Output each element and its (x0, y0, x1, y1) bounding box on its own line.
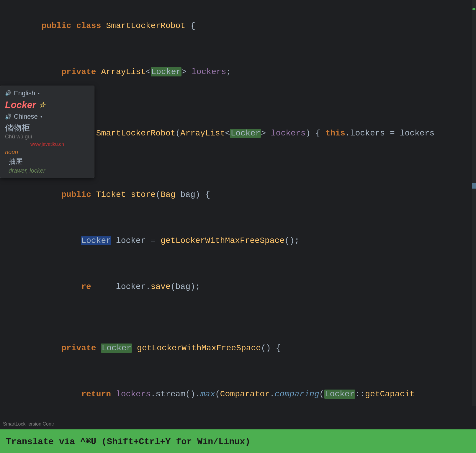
keyword-public: public (42, 21, 76, 30)
keyword-this: this (325, 129, 345, 138)
status-bar: Translate via ^⌘U (Shift+Ctrl+Y for Win/… (0, 429, 476, 453)
class-name: SmartLockerRobot (106, 21, 185, 30)
rest: ) { (305, 129, 325, 138)
tab-smartlock[interactable]: SmartLock (3, 421, 25, 427)
param-type: ArrayList (180, 129, 225, 138)
semicolon: ; (226, 67, 231, 76)
locker-type: Locker (230, 129, 261, 138)
indent (42, 344, 61, 353)
generic-close: > (181, 67, 192, 76)
keyword-private: private (61, 67, 101, 76)
status-rest: via ^⌘U (Shift+Ctrl+Y for Win/Linux) (54, 437, 250, 447)
code-line: public Ticket store(Bag bag) { (12, 172, 476, 218)
code-line-empty (12, 310, 476, 325)
scroll-indicator (472, 8, 475, 10)
params: ( (156, 190, 161, 199)
code-line: return locker.save(bag); (12, 264, 476, 310)
empty-params: () { (261, 344, 281, 353)
type-locker: Locker (151, 67, 182, 76)
code-line: Locker locker = getLockerWithMaxFreeSpac… (12, 218, 476, 264)
code-line: return lockers.stream().max(Comparator.c… (12, 371, 476, 417)
keyword-return: re (81, 282, 91, 291)
type-ticket: Ticket (96, 190, 131, 199)
save-params: (bag); (171, 282, 200, 291)
method-max: max (200, 390, 215, 399)
keyword-private: private (61, 344, 101, 353)
pinyin: Chǔ wù guì (5, 133, 89, 140)
keyword-return2: return (81, 390, 116, 399)
method-call: getLockerWithMaxFreeSpace (161, 236, 284, 245)
var-lockers2: lockers (116, 390, 151, 399)
var-lockers: lockers (192, 67, 226, 76)
brace: { (185, 21, 195, 30)
indent (42, 236, 81, 245)
type-bag: Bag (161, 190, 180, 199)
stream: .stream(). (151, 390, 200, 399)
method-name: getLockerWithMaxFreeSpace (132, 344, 261, 353)
noun-label: noun (5, 149, 89, 156)
type-locker2: Locker (101, 344, 132, 353)
method-comparing: comparing (275, 390, 319, 399)
code-line-empty (12, 417, 476, 429)
watermark: www.javatiku.cn (5, 142, 89, 147)
translation-popup: 🔊 English ▾ Locker ☆ 🔊 Chinese ▾ 储物柜 Chǔ… (0, 86, 94, 178)
method-save: save (151, 282, 171, 291)
word-text: Locker (5, 99, 36, 110)
chinese-section: 🔊 Chinese ▾ (5, 113, 89, 120)
word-title: Locker ☆ (5, 99, 89, 110)
indent (42, 282, 81, 291)
method-store: store (131, 190, 156, 199)
type-arraylist: ArrayList (101, 67, 145, 76)
method-ref: :: (355, 390, 365, 399)
bottom-tabs: SmartLock ersion Contr (0, 419, 59, 429)
var-decl: locker = (111, 236, 161, 245)
speaker-icon-english[interactable]: 🔊 (5, 90, 12, 97)
param-lockers: lockers (271, 129, 306, 138)
locker-ref: ( (319, 390, 324, 399)
dot-lockers: .lockers = lockers (345, 129, 434, 138)
generic: < (225, 129, 230, 138)
keyword-public: public (61, 190, 96, 199)
chinese-dropdown-arrow[interactable]: ▾ (40, 114, 42, 119)
call-end: (); (284, 236, 299, 245)
constructor-name: SmartLockerRobot (96, 129, 176, 138)
generic-close: > (261, 129, 271, 138)
scroll-position (472, 183, 476, 189)
scrollbar[interactable] (472, 0, 476, 406)
comparator-class: Comparator (220, 390, 270, 399)
get-capacity: getCapacit (365, 390, 415, 399)
param-bag: bag) { (180, 190, 210, 199)
keyword-class: class (76, 21, 106, 30)
code-line: private Locker getLockerWithMaxFreeSpace… (12, 325, 476, 371)
chinese-label: Chinese (14, 113, 38, 120)
english-label: English (14, 89, 35, 97)
code-editor: public class SmartLockerRobot { private … (0, 0, 476, 429)
english-section: 🔊 English ▾ (5, 89, 89, 97)
locker-save: locker. (111, 282, 151, 291)
synonyms: drawer, locker (9, 167, 89, 174)
indent (42, 190, 61, 199)
comparator: ( (215, 390, 220, 399)
selected-locker: Locker (81, 236, 111, 245)
code-area: public class SmartLockerRobot { private … (0, 0, 476, 429)
status-text: Translate via ^⌘U (Shift+Ctrl+Y for Win/… (6, 436, 250, 447)
translate-label: Translate (6, 437, 54, 447)
chinese-word: 抽屉 (9, 157, 89, 166)
tab-version-control[interactable]: ersion Contr (28, 421, 54, 427)
english-dropdown-arrow[interactable]: ▾ (37, 91, 40, 96)
locker-ref-type: Locker (324, 390, 355, 399)
chinese-translation: 储物柜 (5, 122, 89, 133)
indent (42, 390, 81, 399)
speaker-icon-chinese[interactable]: 🔊 (5, 113, 12, 120)
code-line: public class SmartLockerRobot { (12, 3, 476, 49)
generic-open: < (146, 67, 151, 76)
star-icon[interactable]: ☆ (39, 101, 45, 109)
paren: ( (176, 129, 181, 138)
dot-comparing: . (270, 390, 275, 399)
indent (42, 67, 61, 76)
